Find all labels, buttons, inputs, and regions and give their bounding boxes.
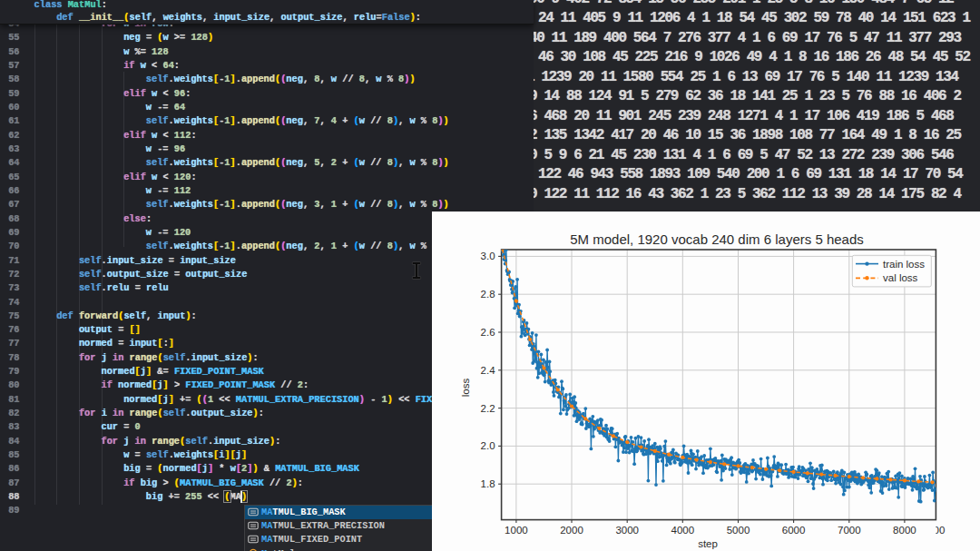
svg-text:val loss: val loss [883, 272, 918, 283]
svg-text:1000: 1000 [505, 525, 528, 536]
svg-text:2.6: 2.6 [481, 327, 495, 338]
svg-text:3000: 3000 [615, 525, 639, 536]
svg-text:4000: 4000 [671, 525, 695, 536]
svg-text:5M model, 1920 vocab 240 dim 6: 5M model, 1920 vocab 240 dim 6 layers 5 … [570, 231, 864, 247]
svg-text:loss: loss [460, 379, 471, 398]
svg-text:8000: 8000 [893, 525, 916, 536]
svg-text:5000: 5000 [727, 525, 750, 536]
svg-text:3.0: 3.0 [481, 251, 495, 261]
svg-text:step: step [698, 538, 718, 549]
svg-text:6000: 6000 [782, 525, 806, 536]
svg-text:2.8: 2.8 [481, 289, 495, 300]
svg-text:2.2: 2.2 [481, 403, 495, 414]
svg-text:2000: 2000 [560, 525, 583, 536]
svg-text:1.8: 1.8 [481, 478, 495, 489]
svg-text:2.4: 2.4 [481, 365, 496, 376]
svg-text:7000: 7000 [838, 525, 861, 536]
svg-text:2.0: 2.0 [481, 440, 495, 451]
svg-text:train loss: train loss [883, 259, 925, 270]
